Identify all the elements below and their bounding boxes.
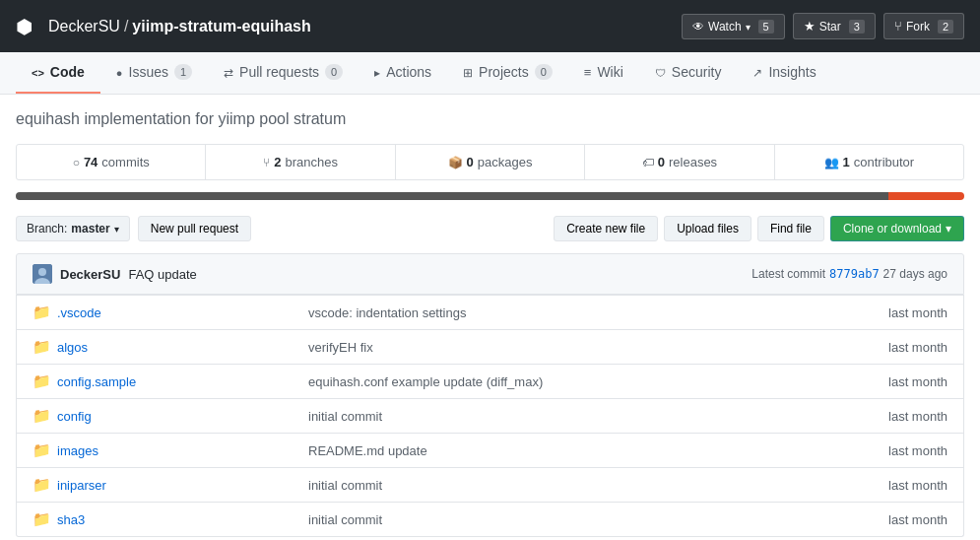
upload-files-button[interactable]: Upload files xyxy=(664,216,751,241)
tabs-bar: Code Issues 1 Pull requests 0 Actions Pr… xyxy=(0,52,980,95)
releases-label: releases xyxy=(669,155,717,169)
clone-or-download-button[interactable]: Clone or download ▾ xyxy=(830,216,964,241)
packages-label: packages xyxy=(478,155,533,169)
pr-icon xyxy=(224,64,233,80)
file-link[interactable]: .vscode xyxy=(57,305,101,320)
insights-icon xyxy=(752,64,762,80)
folder-icon: 📁 xyxy=(33,476,51,494)
language-bar xyxy=(16,192,964,200)
packages-stat[interactable]: 0 packages xyxy=(396,145,585,179)
file-time-cell: last month xyxy=(873,365,963,398)
tab-pull-requests[interactable]: Pull requests 0 xyxy=(208,52,359,94)
page-header: ⬢ DeckerSU / yiimp-stratum-equihash Watc… xyxy=(0,0,980,52)
file-link[interactable]: config.sample xyxy=(57,374,136,389)
commits-count: 74 xyxy=(84,155,98,169)
file-link[interactable]: iniparser xyxy=(57,478,106,493)
file-name-cell: 📁 config xyxy=(17,399,293,433)
star-label: Star xyxy=(819,20,841,34)
branches-count: 2 xyxy=(274,155,281,169)
file-commit-cell: initial commit xyxy=(293,399,873,433)
releases-stat[interactable]: 0 releases xyxy=(585,145,774,179)
file-link[interactable]: algos xyxy=(57,340,88,355)
folder-icon: 📁 xyxy=(33,304,51,321)
main-content: equihash implementation for yiimp pool s… xyxy=(0,95,980,540)
commit-message: FAQ update xyxy=(128,267,196,282)
commit-sha-link[interactable]: 8779ab7 xyxy=(829,267,880,281)
file-link[interactable]: config xyxy=(57,409,92,424)
people-icon xyxy=(824,155,839,169)
stats-bar: 74 commits 2 branches 0 packages 0 relea… xyxy=(16,144,964,180)
fork-icon xyxy=(894,19,902,34)
lang-c xyxy=(16,192,888,200)
eye-icon xyxy=(692,20,704,34)
repo-description: equihash implementation for yiimp pool s… xyxy=(16,110,964,128)
lang-html xyxy=(888,192,964,200)
folder-icon: 📁 xyxy=(33,441,51,459)
file-name-cell: 📁 .vscode xyxy=(17,296,293,329)
file-commit-cell: initial commit xyxy=(293,503,873,536)
fork-label: Fork xyxy=(906,20,930,34)
branch-name: master xyxy=(71,222,109,236)
tab-wiki[interactable]: Wiki xyxy=(568,52,639,94)
find-file-button[interactable]: Find file xyxy=(757,216,824,241)
watch-label: Watch xyxy=(708,20,742,34)
tab-insights[interactable]: Insights xyxy=(737,52,831,94)
table-row: 📁 algos verifyEH fix last month xyxy=(17,329,963,364)
folder-icon: 📁 xyxy=(33,372,51,390)
pr-badge: 0 xyxy=(325,64,343,80)
file-name-cell: 📁 config.sample xyxy=(17,365,293,398)
tab-projects[interactable]: Projects 0 xyxy=(447,52,568,94)
latest-commit-label: Latest commit xyxy=(751,267,825,281)
tab-issues[interactable]: Issues 1 xyxy=(100,52,208,94)
projects-badge: 0 xyxy=(535,64,553,80)
file-time-cell: last month xyxy=(873,296,963,329)
commits-stat[interactable]: 74 commits xyxy=(17,145,206,179)
file-link[interactable]: sha3 xyxy=(57,512,85,527)
watch-button[interactable]: Watch 5 xyxy=(682,14,785,39)
file-table: 📁 .vscode vscode: indentation settings l… xyxy=(16,295,964,537)
table-row: 📁 config initial commit last month xyxy=(17,398,963,433)
tab-security[interactable]: Security xyxy=(639,52,738,94)
branch-label: Branch: xyxy=(27,222,67,236)
tag-icon xyxy=(642,155,654,169)
tab-code[interactable]: Code xyxy=(16,52,100,94)
commits-icon xyxy=(73,155,80,169)
contributors-stat[interactable]: 1 contributor xyxy=(775,145,963,179)
releases-count: 0 xyxy=(658,155,665,169)
star-count: 3 xyxy=(849,20,865,34)
branch-selector[interactable]: Branch: master xyxy=(16,216,130,241)
tab-actions[interactable]: Actions xyxy=(359,52,447,94)
file-time-cell: last month xyxy=(873,503,963,536)
pkg-icon xyxy=(448,155,463,169)
committer-name[interactable]: DeckerSU xyxy=(60,267,120,282)
code-icon xyxy=(32,64,44,80)
table-row: 📁 images README.md update last month xyxy=(17,433,963,467)
file-time-cell: last month xyxy=(873,330,963,364)
svg-point-1 xyxy=(38,268,46,276)
repo-link[interactable]: yiimp-stratum-equihash xyxy=(132,18,310,35)
file-commit-cell: initial commit xyxy=(293,468,873,502)
fork-button[interactable]: Fork 2 xyxy=(883,13,964,39)
file-link[interactable]: images xyxy=(57,443,98,458)
table-row: 📁 iniparser initial commit last month xyxy=(17,467,963,502)
wiki-icon xyxy=(584,64,592,80)
branches-stat[interactable]: 2 branches xyxy=(206,145,395,179)
create-new-file-button[interactable]: Create new file xyxy=(554,216,658,241)
folder-icon: 📁 xyxy=(33,338,51,356)
org-link[interactable]: DeckerSU xyxy=(48,18,120,35)
star-button[interactable]: Star 3 xyxy=(793,13,876,39)
chevron-down-icon xyxy=(746,20,751,34)
file-name-cell: 📁 sha3 xyxy=(17,503,293,536)
github-logo: ⬢ xyxy=(16,15,33,38)
repo-breadcrumb: DeckerSU / yiimp-stratum-equihash xyxy=(48,18,311,35)
security-icon xyxy=(655,64,666,80)
commit-meta: Latest commit 8779ab7 27 days ago xyxy=(751,267,947,281)
clone-chevron-icon: ▾ xyxy=(946,222,951,236)
file-time-cell: last month xyxy=(873,434,963,467)
projects-icon xyxy=(463,64,473,80)
committer-avatar xyxy=(33,264,52,284)
issue-icon xyxy=(116,64,123,80)
commits-label: commits xyxy=(101,155,149,169)
file-name-cell: 📁 images xyxy=(17,434,293,467)
new-pull-request-button[interactable]: New pull request xyxy=(138,216,251,241)
